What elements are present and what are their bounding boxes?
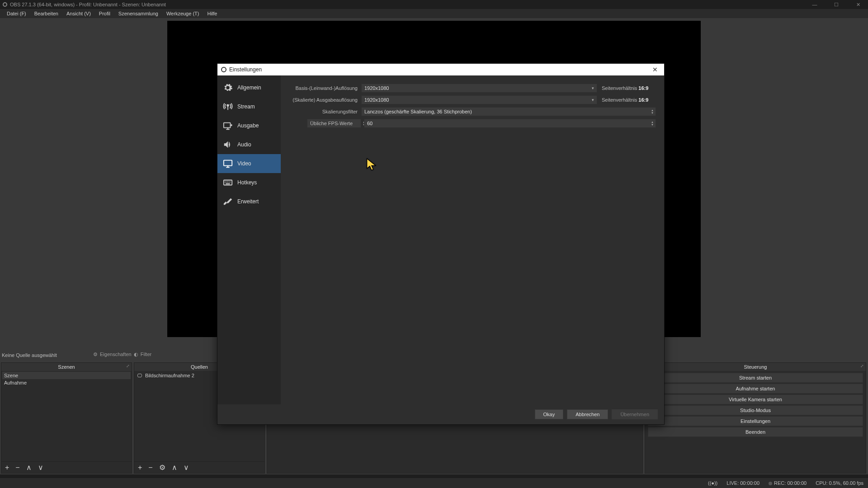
controls-dock: Steuerung ⤢ Stream starten Aufnahme star… [645, 362, 866, 474]
video-settings-pane: Basis-(Leinwand-)Auflösung 868x488 ▾ S… [281, 75, 664, 404]
remove-icon[interactable]: − [15, 464, 19, 472]
status-bar: ((●)) LIVE: 00:00:00 REC: 00:00:00 CPU: … [0, 478, 868, 488]
sidebar-item-general[interactable]: Allgemein [217, 78, 281, 97]
sidebar-item-label: Audio [237, 141, 251, 148]
settings-button[interactable]: Einstellungen [648, 416, 863, 426]
status-live: LIVE: 00:00:00 [726, 480, 760, 486]
dialog-title: Einstellungen [229, 66, 262, 73]
tools-icon [223, 197, 233, 206]
chevron-down-icon: ▾ [592, 98, 594, 102]
start-stream-button[interactable]: Stream starten [648, 373, 863, 383]
filters-button[interactable]: Filter [141, 352, 151, 357]
status-cpu: CPU: 0.5%, 60.00 fps [816, 480, 863, 486]
monitor-icon [223, 159, 233, 169]
svg-rect-1 [224, 123, 231, 128]
sources-title: Quellen [191, 364, 208, 370]
menu-tools[interactable]: Werkzeuge (T) [162, 11, 203, 16]
scenes-dock: Szenen ⤢ Szene Aufnahme + − ∧ ∨ [1, 362, 132, 474]
scenes-toolbar: + − ∧ ∨ [1, 461, 132, 473]
start-recording-button[interactable]: Aufnahme starten [648, 384, 863, 394]
svg-rect-2 [224, 160, 232, 166]
output-resolution-combo[interactable]: 868x488 ▾ [361, 95, 597, 104]
exit-button[interactable]: Beenden [648, 427, 863, 437]
spin-icon: ▲▼ [651, 121, 654, 126]
rec-dot-icon [769, 482, 772, 485]
sidebar-item-stream[interactable]: Stream [217, 97, 281, 116]
scene-item[interactable]: Szene [2, 372, 131, 379]
app-logo-icon [221, 67, 226, 72]
svg-point-0 [227, 104, 229, 106]
sidebar-item-label: Allgemein [237, 84, 261, 91]
cancel-button[interactable]: Abbrechen [567, 409, 608, 419]
sidebar-item-label: Erweitert [237, 198, 259, 205]
menu-edit[interactable]: Bearbeiten [30, 11, 62, 16]
add-icon[interactable]: + [5, 464, 9, 472]
sidebar-item-video[interactable]: Video [217, 154, 281, 173]
fps-value-combo[interactable]: 60 ▲▼ [364, 119, 656, 128]
chevron-down-icon: ▾ [592, 86, 594, 90]
popout-icon[interactable]: ⤢ [126, 364, 130, 368]
spin-icon: ▲▼ [651, 109, 654, 114]
broadcast-icon: ((●)) [708, 480, 717, 486]
sidebar-item-output[interactable]: Ausgabe [217, 116, 281, 135]
popout-icon[interactable]: ⤢ [860, 364, 864, 368]
remove-icon[interactable]: − [148, 464, 152, 472]
properties-button[interactable]: Eigenschaften [100, 352, 132, 357]
gear-icon [223, 83, 233, 93]
controls-title: Steuerung [744, 364, 767, 370]
base-resolution-combo[interactable]: 868x488 ▾ [361, 84, 597, 93]
settings-dialog: Einstellungen ✕ Allgemein Stream Ausgabe… [217, 63, 665, 425]
studio-mode-button[interactable]: Studio-Modus [648, 405, 863, 415]
menu-view[interactable]: Ansicht (V) [62, 11, 95, 16]
scenes-title: Szenen [58, 364, 75, 370]
filter-icon: ◐ [133, 352, 139, 357]
output-aspect-label: Seitenverhältnis 16:9 [597, 97, 656, 103]
app-logo-icon [3, 2, 7, 7]
settings-sidebar: Allgemein Stream Ausgabe Audio Video Hot… [217, 75, 281, 404]
base-aspect-label: Seitenverhältnis 16:9 [597, 85, 656, 91]
maximize-button[interactable]: ☐ [829, 2, 844, 8]
window-title: OBS 27.1.3 (64-bit, windows) - Profil: U… [10, 2, 166, 7]
minimize-button[interactable]: — [807, 2, 822, 8]
sidebar-item-label: Video [237, 160, 251, 167]
menu-file[interactable]: Datei (F) [3, 11, 30, 16]
add-icon[interactable]: + [138, 464, 142, 472]
window-titlebar: OBS 27.1.3 (64-bit, windows) - Profil: U… [0, 0, 868, 9]
gear-icon[interactable]: ⚙ [159, 463, 165, 472]
menu-scene-collection[interactable]: Szenensammlung [114, 11, 162, 16]
move-down-icon[interactable]: ∨ [184, 463, 189, 472]
close-button[interactable]: ✕ [851, 2, 865, 8]
dialog-close-button[interactable]: ✕ [650, 66, 660, 73]
output-icon [223, 121, 233, 131]
status-rec: REC: 00:00:00 [774, 480, 807, 486]
speaker-icon [223, 140, 233, 150]
scene-item[interactable]: Aufnahme [2, 379, 131, 386]
ok-button[interactable]: Okay [535, 409, 564, 419]
menu-profile[interactable]: Profil [95, 11, 114, 16]
display-capture-icon: 🖵 [137, 373, 142, 378]
sidebar-item-label: Ausgabe [237, 122, 259, 129]
move-up-icon[interactable]: ∧ [26, 463, 32, 472]
downscale-filter-combo[interactable]: Lanczos (geschärfte Skalierung, 36 Stich… [361, 107, 656, 116]
start-virtual-cam-button[interactable]: Virtuelle Kamera starten [648, 394, 863, 404]
fps-type-combo[interactable]: Übliche FPS-Werte ▲▼ [307, 119, 361, 128]
scenes-header[interactable]: Szenen ⤢ [1, 363, 132, 371]
controls-header[interactable]: Steuerung ⤢ [645, 363, 866, 371]
sidebar-item-audio[interactable]: Audio [217, 135, 281, 154]
sidebar-item-label: Hotkeys [237, 179, 257, 186]
antenna-icon [223, 102, 233, 112]
move-up-icon[interactable]: ∧ [172, 463, 177, 472]
base-resolution-label: Basis-(Leinwand-)Auflösung [289, 85, 361, 91]
menu-bar: Datei (F) Bearbeiten Ansicht (V) Profil … [0, 9, 868, 18]
menu-help[interactable]: Hilfe [203, 11, 221, 16]
apply-button[interactable]: Übernehmen [612, 409, 658, 419]
move-down-icon[interactable]: ∨ [38, 463, 43, 472]
dialog-titlebar[interactable]: Einstellungen ✕ [217, 64, 664, 75]
sidebar-item-advanced[interactable]: Erweitert [217, 192, 281, 211]
sidebar-item-hotkeys[interactable]: Hotkeys [217, 173, 281, 192]
keyboard-icon [223, 178, 233, 188]
output-resolution-label: (Skalierte) Ausgabeauflösung [289, 97, 361, 103]
gear-icon: ⚙ [93, 352, 98, 357]
sidebar-item-label: Stream [237, 103, 255, 110]
downscale-filter-label: Skalierungsfilter [289, 109, 361, 114]
